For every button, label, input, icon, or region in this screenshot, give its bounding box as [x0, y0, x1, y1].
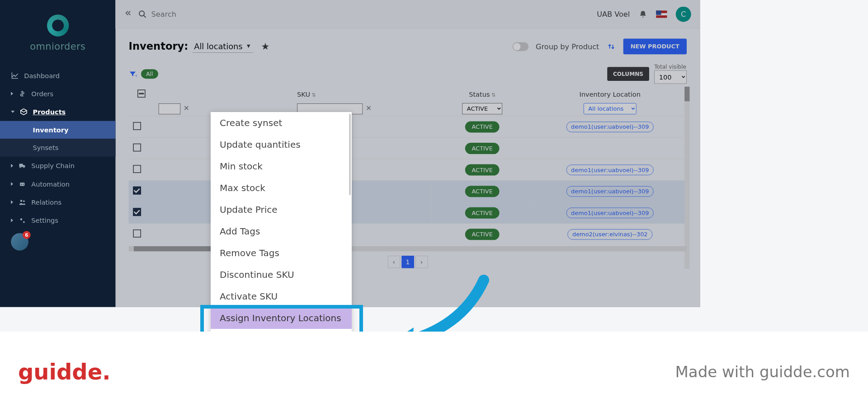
row-checkbox[interactable] [133, 187, 141, 195]
dropdown-item[interactable]: Create synset [211, 112, 352, 134]
org-name[interactable]: UAB Voel [597, 9, 630, 18]
dropdown-item[interactable]: Update quantities [211, 134, 352, 155]
row-checkbox[interactable] [133, 165, 141, 173]
svg-line-8 [144, 15, 146, 17]
filter-icon[interactable]: + [129, 70, 137, 78]
location-pill[interactable]: demo1(user:uabvoel)--309 [566, 186, 654, 197]
next-page-button[interactable]: › [415, 256, 428, 268]
page-title: Inventory: [129, 40, 189, 52]
dropdown-item[interactable]: Add Tags [211, 220, 352, 242]
dropdown-item[interactable]: Min stock [211, 155, 352, 177]
bell-icon[interactable] [639, 9, 647, 18]
page-1-button[interactable]: 1 [401, 256, 414, 268]
dropdown-item[interactable]: Remove Tags [211, 242, 352, 264]
robot-icon [18, 180, 26, 188]
sidebar-item-supply-chain[interactable]: Supply Chain [0, 157, 116, 175]
filter-row: + All COLUMNS Total visible 100 [129, 61, 687, 87]
caret-icon [11, 92, 13, 95]
group-toggle[interactable] [512, 42, 528, 51]
dropdown-item[interactable]: Activate SKU [211, 286, 352, 307]
svg-point-4 [23, 200, 25, 202]
logo-text: omniorders [0, 41, 116, 52]
prev-page-button[interactable]: ‹ [387, 256, 400, 268]
svg-point-6 [23, 221, 25, 223]
column-header-status[interactable]: Status⇅ [431, 87, 533, 102]
status-badge: ACTIVE [465, 164, 499, 175]
sidebar-item-automation[interactable]: Automation [0, 175, 116, 193]
sidebar-item-label: Products [33, 108, 66, 116]
total-visible-select[interactable]: 100 [654, 70, 687, 84]
import-export-icon[interactable] [606, 42, 616, 51]
filter-chip-all[interactable]: All [141, 69, 158, 79]
topbar: UAB Voel C [116, 0, 700, 28]
select-all-checkbox[interactable] [137, 89, 146, 98]
caret-down-icon [11, 111, 14, 113]
chart-icon [11, 71, 19, 80]
sidebar-item-label: Synsets [33, 144, 59, 151]
svg-rect-0 [20, 183, 24, 186]
filter-input-1[interactable] [159, 103, 180, 114]
chevron-double-left-icon [124, 9, 132, 17]
clear-filter-icon[interactable]: × [366, 103, 372, 112]
search-box[interactable] [138, 9, 255, 18]
dropdown-scrollbar[interactable] [349, 114, 351, 195]
favorite-star-icon[interactable]: ★ [261, 41, 270, 52]
location-pill[interactable]: demo1(user:uabvoel)--309 [566, 122, 654, 132]
filter-status-select[interactable]: ACTIVE [462, 103, 502, 114]
group-label: Group by Product [536, 42, 599, 51]
sidebar-item-synsets[interactable]: Synsets [0, 139, 116, 157]
location-pill[interactable]: demo2(user:elvinas)--302 [567, 229, 652, 239]
row-checkbox[interactable] [133, 208, 141, 216]
flag-icon[interactable] [656, 10, 667, 18]
sidebar-item-label: Settings [31, 216, 58, 224]
search-icon [138, 9, 147, 18]
sidebar-item-settings[interactable]: Settings [0, 211, 116, 229]
collapse-sidebar-button[interactable] [124, 9, 132, 19]
svg-point-7 [139, 11, 144, 16]
search-input[interactable] [151, 9, 255, 18]
svg-point-1 [21, 184, 22, 185]
dropdown-item[interactable]: Assign Inventory Locations [211, 307, 352, 329]
clear-filter-icon[interactable]: × [184, 103, 190, 112]
sidebar-item-label: Orders [31, 90, 53, 98]
box-icon [20, 108, 28, 116]
caret-icon [11, 164, 13, 168]
svg-point-5 [20, 218, 22, 220]
sidebar: omniorders Dashboard Orders Products Inv… [0, 0, 116, 307]
logo: omniorders [0, 7, 116, 66]
location-pill[interactable]: demo1(user:uabvoel)--309 [566, 207, 654, 218]
row-checkbox[interactable] [133, 144, 141, 152]
dropdown-item[interactable]: Update Price [211, 199, 352, 220]
location-pill[interactable]: demo1(user:uabvoel)--309 [566, 164, 654, 175]
sidebar-item-dashboard[interactable]: Dashboard [0, 66, 116, 84]
sidebar-item-inventory[interactable]: Inventory [0, 121, 116, 139]
sidebar-item-label: Dashboard [24, 71, 60, 79]
columns-button[interactable]: COLUMNS [607, 67, 649, 81]
sidebar-item-label: Supply Chain [31, 162, 75, 169]
logo-icon [47, 14, 69, 36]
notification-badge: 6 [23, 231, 31, 239]
filter-location-select[interactable]: All locations [584, 103, 637, 114]
caret-icon [11, 200, 13, 204]
footer: guidde. Made with guidde.com [0, 332, 868, 412]
user-avatar-small[interactable]: 6 [11, 233, 28, 251]
new-product-button[interactable]: NEW PRODUCT [623, 38, 687, 54]
row-checkbox[interactable] [133, 122, 141, 130]
sidebar-item-products[interactable]: Products [0, 103, 116, 121]
sidebar-item-orders[interactable]: Orders [0, 84, 116, 103]
vertical-scrollbar[interactable] [684, 87, 689, 269]
sidebar-item-label: Automation [31, 180, 70, 188]
caret-icon [11, 182, 13, 186]
svg-point-2 [23, 184, 24, 185]
column-header-sku[interactable]: SKU⇅ [292, 87, 431, 102]
user-avatar[interactable]: C [676, 6, 691, 22]
sidebar-item-label: Relations [31, 198, 61, 206]
footer-brand: guidde. [18, 359, 111, 384]
location-select[interactable]: All locations [193, 40, 253, 52]
page-header: Inventory: All locations ★ Group by Prod… [129, 38, 687, 54]
sidebar-item-relations[interactable]: Relations [0, 193, 116, 211]
row-checkbox[interactable] [133, 229, 141, 238]
column-header-location[interactable]: Inventory Location [533, 87, 687, 102]
dropdown-item[interactable]: Discontinue SKU [211, 264, 352, 286]
dropdown-item[interactable]: Max stock [211, 177, 352, 199]
